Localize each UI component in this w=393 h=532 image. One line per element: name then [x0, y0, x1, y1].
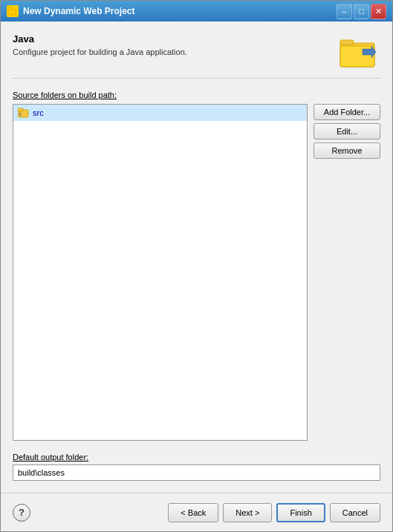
side-buttons: Add Folder... Edit... Remove	[314, 104, 380, 441]
output-folder-input[interactable]	[13, 464, 380, 481]
help-button[interactable]: ?	[13, 504, 30, 522]
output-section: Default output folder:	[13, 453, 380, 481]
list-item[interactable]: S src	[13, 105, 307, 121]
header-text: Java Configure project for building a Ja…	[13, 33, 330, 56]
window-controls: – □ ✕	[337, 4, 386, 19]
header-subtitle: Configure project for building a Java ap…	[13, 47, 330, 56]
svg-rect-1	[8, 7, 12, 10]
bottom-bar: ? < Back Next > Finish Cancel	[1, 493, 392, 531]
output-folder-label: Default output folder:	[13, 453, 380, 462]
source-folders-label: Source folders on build path:	[13, 91, 380, 99]
source-list[interactable]: S src	[13, 104, 308, 441]
main-panel: S src Add Folder... Edit... Remove	[13, 104, 380, 441]
header-title: Java	[13, 33, 330, 45]
window-title: New Dynamic Web Project	[23, 6, 332, 16]
header-section: Java Configure project for building a Ja…	[13, 33, 380, 79]
java-folder-icon	[339, 36, 377, 70]
close-button[interactable]: ✕	[371, 4, 386, 19]
svg-rect-7	[18, 108, 23, 111]
edit-button[interactable]: Edit...	[314, 123, 380, 139]
nav-buttons: < Back Next > Finish Cancel	[168, 503, 380, 522]
window-icon	[7, 5, 19, 17]
main-window: New Dynamic Web Project – □ ✕ Java Confi…	[0, 0, 393, 532]
svg-text:S: S	[19, 112, 22, 116]
header-icon	[336, 33, 380, 72]
back-button[interactable]: < Back	[168, 503, 218, 522]
add-folder-button[interactable]: Add Folder...	[314, 104, 380, 120]
svg-rect-3	[340, 40, 354, 45]
minimize-button[interactable]: –	[337, 4, 352, 19]
finish-button[interactable]: Finish	[276, 503, 325, 522]
title-bar: New Dynamic Web Project – □ ✕	[1, 1, 392, 22]
maximize-button[interactable]: □	[354, 4, 369, 19]
next-button[interactable]: Next >	[223, 503, 272, 522]
remove-button[interactable]: Remove	[314, 142, 380, 159]
src-item-label: src	[33, 108, 44, 117]
cancel-button[interactable]: Cancel	[330, 503, 380, 522]
content-area: Java Configure project for building a Ja…	[1, 22, 392, 493]
package-icon: S	[18, 107, 30, 119]
